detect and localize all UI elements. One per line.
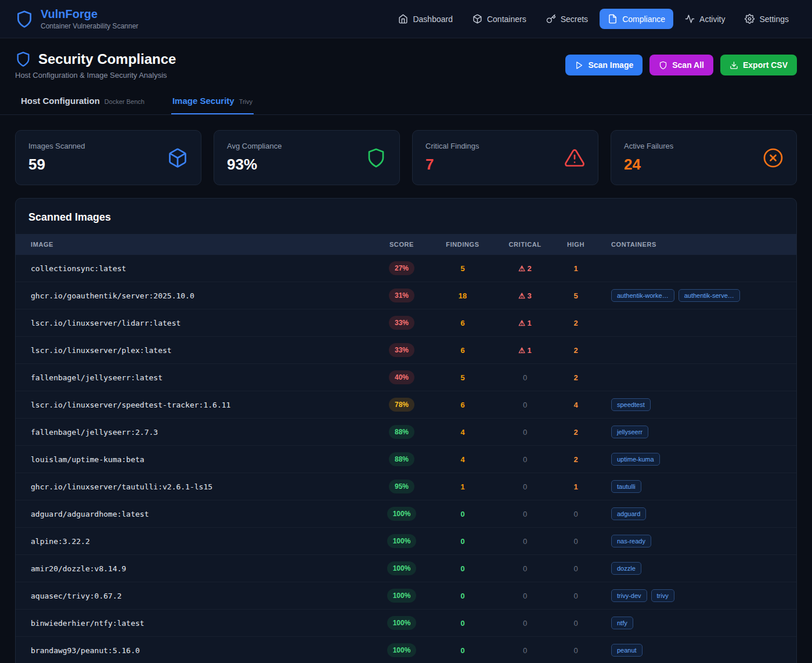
nav-item-settings[interactable]: Settings bbox=[737, 9, 797, 29]
brand: VulnForge Container Vulnerability Scanne… bbox=[15, 8, 138, 30]
findings-count: 0 bbox=[460, 592, 464, 600]
critical-count: 0 bbox=[523, 646, 527, 655]
critical-count: ⚠ 1 bbox=[518, 319, 532, 327]
nav-label: Secrets bbox=[561, 15, 588, 24]
score-badge: 95% bbox=[389, 480, 414, 493]
column-header-containers: CONTAINERS bbox=[596, 234, 796, 255]
container-tag[interactable]: trivy-dev bbox=[611, 589, 647, 602]
key-icon bbox=[546, 14, 556, 24]
table-row[interactable]: aquasec/trivy:0.67.2 100% 0 0 0 trivy-de… bbox=[16, 582, 796, 610]
critical-count: 0 bbox=[523, 592, 527, 600]
score-badge: 88% bbox=[389, 452, 414, 466]
container-tag[interactable]: jellyseerr bbox=[611, 426, 648, 438]
nav-item-containers[interactable]: Containers bbox=[464, 9, 535, 29]
findings-count: 1 bbox=[460, 482, 464, 491]
score-badge: 33% bbox=[389, 316, 414, 330]
tab-host-configuration[interactable]: Host Configuration Docker Bench bbox=[20, 89, 146, 114]
nav-item-secrets[interactable]: Secrets bbox=[538, 9, 596, 29]
table-row[interactable]: ghcr.io/linuxserver/tautulli:v2.6.1-ls15… bbox=[16, 473, 796, 500]
findings-count: 6 bbox=[460, 319, 464, 327]
critical-count: ⚠ 1 bbox=[518, 346, 532, 355]
column-header-findings: FINDINGS bbox=[431, 234, 495, 255]
high-count: 0 bbox=[573, 592, 578, 600]
table-row[interactable]: fallenbagel/jellyseerr:latest 40% 5 0 2 bbox=[16, 364, 796, 391]
nav-item-dashboard[interactable]: Dashboard bbox=[390, 9, 461, 29]
stat-label: Images Scanned bbox=[28, 142, 85, 150]
container-tag[interactable]: peanut bbox=[611, 644, 643, 657]
high-count: 2 bbox=[573, 346, 578, 355]
table-row[interactable]: fallenbagel/jellyseerr:2.7.3 88% 4 0 2 j… bbox=[16, 419, 796, 446]
score-badge: 100% bbox=[387, 589, 417, 603]
table-header-row: IMAGE SCORE FINDINGS CRITICAL HIGH CONTA… bbox=[16, 234, 796, 255]
nav-item-activity[interactable]: Activity bbox=[677, 9, 733, 29]
container-tag[interactable]: ntfy bbox=[611, 617, 633, 629]
table-row[interactable]: amir20/dozzle:v8.14.9 100% 0 0 0 dozzle bbox=[16, 555, 796, 582]
score-badge: 40% bbox=[389, 370, 414, 384]
table-row[interactable]: ghcr.io/goauthentik/server:2025.10.0 31%… bbox=[16, 282, 796, 309]
shield-icon bbox=[366, 147, 387, 168]
table-row[interactable]: lscr.io/linuxserver/lidarr:latest 33% 6 … bbox=[16, 309, 796, 337]
container-tag[interactable]: adguard bbox=[611, 507, 646, 520]
container-tags: authentik-worke…authentik-serve… bbox=[611, 289, 791, 302]
image-name: louislam/uptime-kuma:beta bbox=[31, 455, 145, 464]
container-tags: peanut bbox=[611, 644, 791, 657]
container-tag[interactable]: authentik-serve… bbox=[679, 289, 740, 302]
table-row[interactable]: binwiederhier/ntfy:latest 100% 0 0 0 ntf… bbox=[16, 610, 796, 637]
high-count: 0 bbox=[573, 510, 578, 518]
container-tags: jellyseerr bbox=[611, 426, 791, 438]
stat-value: 93% bbox=[227, 156, 282, 174]
high-count: 4 bbox=[573, 401, 578, 409]
high-count: 2 bbox=[573, 319, 578, 327]
tab-image-security[interactable]: Image Security Trivy bbox=[171, 89, 254, 114]
stat-value: 59 bbox=[28, 156, 85, 174]
page-title: Security Compliance bbox=[38, 51, 176, 67]
container-tags: speedtest bbox=[611, 398, 791, 411]
container-tag[interactable]: tautulli bbox=[611, 480, 641, 493]
stat-label: Critical Findings bbox=[425, 142, 479, 150]
container-tag[interactable]: authentik-worke… bbox=[611, 289, 674, 302]
container-tag[interactable]: nas-ready bbox=[611, 535, 651, 547]
findings-count: 18 bbox=[459, 291, 467, 300]
critical-count: 0 bbox=[523, 564, 527, 573]
scanned-images-table: IMAGE SCORE FINDINGS CRITICAL HIGH CONTA… bbox=[16, 234, 796, 663]
scan-all-button[interactable]: Scan All bbox=[649, 55, 713, 75]
critical-count: 0 bbox=[523, 619, 527, 628]
score-badge: 31% bbox=[389, 289, 414, 302]
image-name: ghcr.io/linuxserver/tautulli:v2.6.1-ls15 bbox=[31, 482, 212, 491]
scan-image-button[interactable]: Scan Image bbox=[565, 55, 643, 75]
nav-items: Dashboard Containers Secrets Compliance … bbox=[390, 9, 797, 29]
image-name: alpine:3.22.2 bbox=[31, 537, 90, 546]
container-tag[interactable]: uptime-kuma bbox=[611, 453, 660, 466]
table-row[interactable]: collectionsync:latest 27% 5 ⚠ 2 1 bbox=[16, 255, 796, 282]
critical-count: 0 bbox=[523, 401, 527, 409]
table-row[interactable]: alpine:3.22.2 100% 0 0 0 nas-ready bbox=[16, 528, 796, 555]
findings-count: 6 bbox=[460, 346, 464, 355]
export-csv-button[interactable]: Export CSV bbox=[720, 55, 797, 75]
column-header-image: IMAGE bbox=[16, 234, 373, 255]
page-subtitle: Host Configuration & Image Security Anal… bbox=[15, 71, 176, 80]
stat-card-active-failures: Active Failures 24 bbox=[611, 130, 797, 185]
container-tag[interactable]: speedtest bbox=[611, 398, 651, 411]
stat-card-images-scanned: Images Scanned 59 bbox=[15, 130, 201, 185]
table-row[interactable]: lscr.io/linuxserver/plex:latest 33% 6 ⚠ … bbox=[16, 337, 796, 364]
table-row[interactable]: lscr.io/linuxserver/speedtest-tracker:1.… bbox=[16, 391, 796, 419]
package-icon bbox=[167, 147, 188, 168]
download-icon bbox=[730, 61, 738, 70]
scanned-images-card: Scanned Images IMAGE SCORE FINDINGS CRIT… bbox=[15, 198, 797, 663]
nav-label: Containers bbox=[487, 15, 526, 24]
image-name: lscr.io/linuxserver/plex:latest bbox=[31, 346, 172, 355]
nav-item-compliance[interactable]: Compliance bbox=[600, 9, 673, 29]
container-tag[interactable]: dozzle bbox=[611, 562, 641, 575]
table-row[interactable]: louislam/uptime-kuma:beta 88% 4 0 2 upti… bbox=[16, 446, 796, 473]
container-tags: adguard bbox=[611, 507, 791, 520]
table-row[interactable]: adguard/adguardhome:latest 100% 0 0 0 ad… bbox=[16, 500, 796, 528]
findings-count: 4 bbox=[460, 428, 464, 437]
stat-card-avg-compliance: Avg Compliance 93% bbox=[214, 130, 400, 185]
nav-label: Settings bbox=[759, 15, 789, 24]
brand-name: VulnForge bbox=[41, 8, 138, 21]
container-tags: uptime-kuma bbox=[611, 453, 791, 466]
table-row[interactable]: brandawg93/peanut:5.16.0 100% 0 0 0 pean… bbox=[16, 637, 796, 663]
container-tag[interactable]: trivy bbox=[651, 589, 674, 602]
image-name: amir20/dozzle:v8.14.9 bbox=[31, 564, 126, 573]
score-badge: 100% bbox=[387, 561, 417, 575]
